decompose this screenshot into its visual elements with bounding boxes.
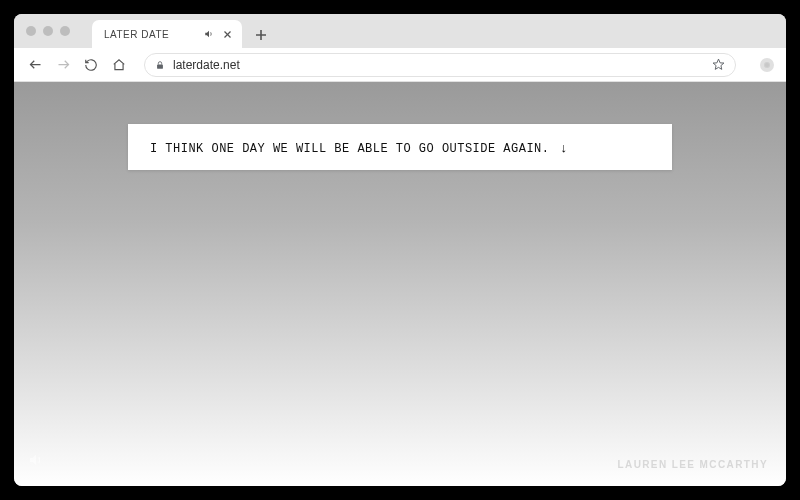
- tab-strip: LATER DATE: [14, 14, 786, 48]
- lock-icon: [155, 60, 165, 70]
- bookmark-button[interactable]: [712, 58, 725, 71]
- home-button[interactable]: [110, 56, 128, 74]
- browser-tab[interactable]: LATER DATE: [92, 20, 242, 48]
- url-text: laterdate.net: [173, 58, 704, 72]
- address-bar[interactable]: laterdate.net: [144, 53, 736, 77]
- toolbar: laterdate.net: [14, 48, 786, 82]
- window-controls: [26, 14, 70, 48]
- tab-title: LATER DATE: [104, 29, 196, 40]
- svg-marker-8: [713, 59, 724, 69]
- new-tab-button[interactable]: [248, 22, 274, 48]
- browser-window: LATER DATE: [14, 14, 786, 486]
- page-content: I THINK ONE DAY WE WILL BE ABLE TO GO OU…: [14, 82, 786, 486]
- speaker-icon[interactable]: [28, 452, 44, 472]
- profile-button[interactable]: [760, 58, 774, 72]
- back-button[interactable]: [26, 56, 44, 74]
- window-close-button[interactable]: [26, 26, 36, 36]
- forward-button[interactable]: [54, 56, 72, 74]
- message-text: I THINK ONE DAY WE WILL BE ABLE TO GO OU…: [150, 142, 549, 156]
- message-card: I THINK ONE DAY WE WILL BE ABLE TO GO OU…: [128, 124, 672, 170]
- artist-credit[interactable]: LAUREN LEE MCCARTHY: [618, 459, 769, 470]
- svg-marker-0: [205, 31, 209, 38]
- reload-button[interactable]: [82, 56, 100, 74]
- svg-rect-7: [157, 64, 163, 68]
- tab-audio-icon[interactable]: [204, 29, 214, 39]
- tab-close-button[interactable]: [222, 29, 232, 39]
- down-arrow-icon[interactable]: ↓: [560, 141, 568, 156]
- window-zoom-button[interactable]: [60, 26, 70, 36]
- svg-marker-9: [30, 455, 36, 466]
- window-minimize-button[interactable]: [43, 26, 53, 36]
